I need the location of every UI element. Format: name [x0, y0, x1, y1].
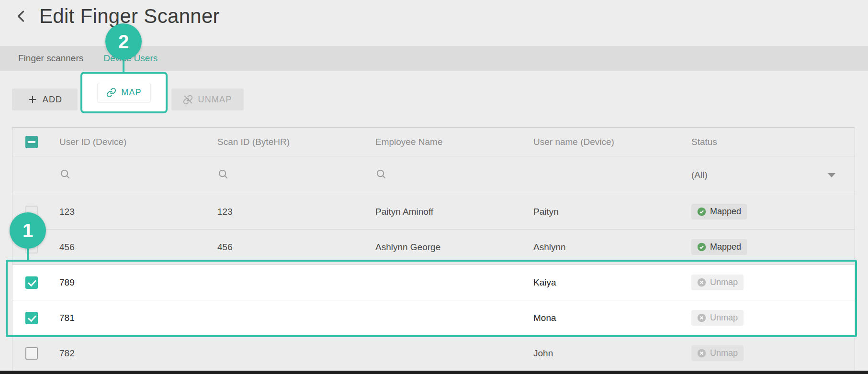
add-button-label: ADD — [43, 95, 63, 105]
check-circle-icon — [697, 242, 706, 252]
unmap-toolbar-button-label: UNMAP — [198, 95, 232, 105]
cell-user-id: 456 — [51, 242, 209, 253]
search-icon — [217, 168, 228, 179]
cell-user-name: Mona — [525, 313, 683, 323]
map-button[interactable]: MAP — [97, 83, 151, 102]
cell-user-id: 123 — [51, 207, 209, 217]
callout-step-1: 1 — [10, 212, 46, 249]
page-header: Edit Finger Scanner — [11, 5, 220, 28]
filter-input-scan-id[interactable] — [209, 168, 367, 182]
status-filter-select[interactable]: (All) — [683, 170, 855, 180]
x-circle-icon — [697, 349, 706, 358]
cell-user-id: 782 — [51, 348, 209, 359]
back-button[interactable] — [11, 6, 32, 26]
unmap-row-button-label: Unmap — [710, 277, 738, 287]
map-button-highlight-box: MAP — [80, 72, 168, 113]
bottom-edge-strip — [0, 371, 868, 374]
cell-user-name: Paityn — [525, 207, 683, 217]
column-header-user-id: User ID (Device) — [51, 137, 209, 147]
device-users-table: User ID (Device) Scan ID (ByteHR) Employ… — [12, 127, 855, 372]
unmap-row-button[interactable]: Unmap — [691, 310, 744, 326]
cell-employee-name: Paityn Aminoff — [367, 207, 525, 217]
callout-step-2: 2 — [105, 23, 142, 60]
chevron-left-icon — [13, 8, 30, 24]
tab-finger-scanners[interactable]: Finger scanners — [18, 53, 83, 64]
table-filter-row: (All) — [12, 156, 855, 194]
status-badge-label: Mapped — [710, 242, 741, 252]
link-icon — [106, 88, 116, 98]
x-circle-icon — [697, 313, 706, 322]
check-circle-icon — [697, 207, 706, 216]
cell-user-name: Ashlynn — [525, 242, 683, 253]
search-icon — [59, 168, 70, 179]
search-icon — [375, 168, 386, 179]
unmap-row-button[interactable]: Unmap — [691, 275, 744, 290]
table-row-781[interactable]: 781 Mona Unmap — [12, 300, 855, 336]
edit-finger-scanner-screen: Edit Finger Scanner Finger scanners Devi… — [0, 0, 868, 374]
table-row-782[interactable]: 782 John Unmap — [12, 336, 855, 371]
column-header-status: Status — [683, 137, 855, 147]
cell-user-id: 789 — [51, 277, 209, 288]
x-circle-icon — [697, 278, 706, 287]
caret-down-icon — [828, 173, 835, 177]
table-row-123[interactable]: 123 123 Paityn Aminoff Paityn Mapped — [12, 194, 855, 230]
column-header-scan-id: Scan ID (ByteHR) — [209, 137, 367, 147]
status-badge-label: Mapped — [710, 207, 741, 217]
map-button-label: MAP — [121, 88, 142, 98]
cell-user-id: 781 — [51, 313, 209, 323]
unmap-toolbar-button[interactable]: UNMAP — [171, 88, 244, 110]
unmap-row-button-label: Unmap — [710, 348, 738, 358]
plus-icon — [27, 94, 38, 105]
row-checkbox-checked[interactable] — [25, 276, 38, 289]
cell-employee-name: Ashlynn George — [367, 242, 525, 253]
status-badge-mapped: Mapped — [691, 204, 747, 220]
cell-scan-id: 123 — [209, 207, 367, 217]
filter-input-user-id[interactable] — [51, 168, 209, 182]
link-off-icon — [183, 95, 193, 105]
select-all-checkbox[interactable] — [25, 136, 38, 148]
filter-input-employee-name[interactable] — [367, 168, 525, 182]
row-checkbox-checked[interactable] — [25, 312, 38, 324]
table-row-456[interactable]: 456 456 Ashlynn George Ashlynn Mapped — [12, 230, 855, 265]
cell-user-name: Kaiya — [525, 277, 683, 288]
unmap-row-button[interactable]: Unmap — [691, 345, 744, 361]
unmap-row-button-label: Unmap — [710, 313, 738, 323]
table-header-row: User ID (Device) Scan ID (ByteHR) Employ… — [12, 128, 855, 156]
cell-scan-id: 456 — [209, 242, 367, 253]
column-header-user-name: User name (Device) — [525, 137, 683, 147]
status-filter-value: (All) — [691, 170, 708, 180]
add-button[interactable]: ADD — [12, 88, 78, 110]
status-badge-mapped: Mapped — [691, 239, 747, 255]
row-checkbox[interactable] — [25, 347, 38, 360]
table-row-789[interactable]: 789 Kaiya Unmap — [12, 265, 855, 300]
column-header-employee-name: Employee Name — [367, 137, 525, 147]
cell-user-name: John — [525, 348, 683, 359]
